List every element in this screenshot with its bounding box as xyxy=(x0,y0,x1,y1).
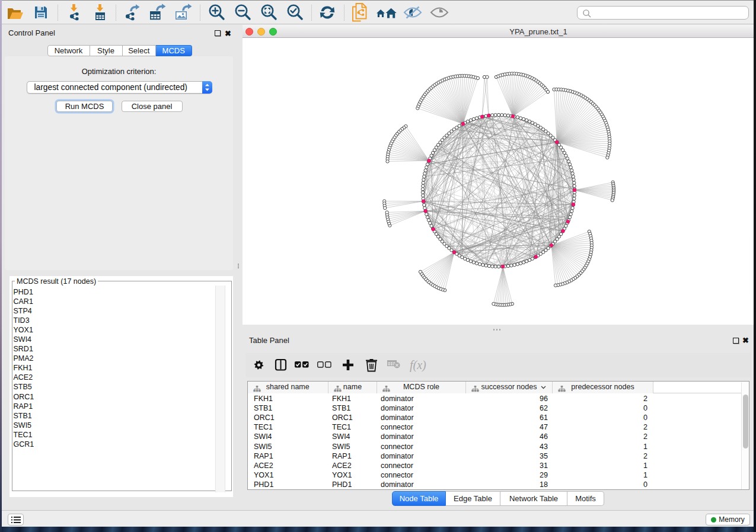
svg-text:f(x): f(x) xyxy=(410,358,426,372)
